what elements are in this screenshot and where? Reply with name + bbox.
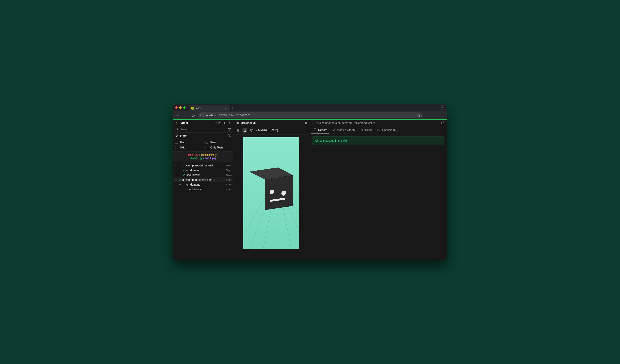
tab-code-label: Code	[365, 128, 372, 131]
clear-filter-icon[interactable]	[228, 134, 231, 137]
chevron-down-icon[interactable]	[179, 169, 181, 171]
tab-report[interactable]: Report	[311, 126, 329, 134]
chevron-down-icon[interactable]	[179, 183, 181, 186]
cube-eye-left	[270, 189, 274, 194]
device-tablet-icon[interactable]	[243, 128, 247, 133]
sidebar-search	[173, 126, 233, 132]
minimize-window-dot[interactable]	[179, 106, 182, 109]
tree-file-label: src/components/on-dema…	[182, 178, 216, 181]
tree-test-label: should work	[186, 174, 201, 177]
filter-pass-checkbox[interactable]: Pass	[205, 141, 231, 144]
tab-report-label: Report	[318, 128, 326, 131]
tree-suite-time: 43ms	[226, 183, 232, 186]
svg-rect-16	[250, 129, 253, 131]
stats-pass: PASS (2)	[190, 157, 202, 160]
reload-button[interactable]	[190, 113, 196, 118]
tree-file-time: 56ms	[226, 164, 232, 167]
stats-panel: FAIL (0) / RUNNING (0) PASS (2) / SKIP (…	[173, 152, 233, 162]
dock-toggle-icon[interactable]	[304, 121, 307, 125]
filter-icon	[175, 134, 178, 137]
tree-suite-time: 56ms	[226, 169, 232, 171]
svg-point-34	[334, 129, 335, 130]
open-external-icon[interactable]	[441, 121, 444, 125]
globe-icon	[236, 121, 239, 125]
browser-tabstrip: Vitest ×	[173, 104, 447, 111]
chevron-down-icon[interactable]	[175, 179, 177, 181]
search-input[interactable]	[180, 128, 226, 131]
pass-check-icon	[182, 169, 185, 172]
tab-console[interactable]: Console (69)	[375, 126, 401, 134]
stats-fail: FAIL (0)	[188, 154, 198, 157]
window-controls	[175, 104, 187, 111]
pass-check-icon	[178, 178, 181, 181]
pass-banner-text: All tests passed in this file	[315, 139, 347, 142]
stats-running: RUNNING (0)	[201, 154, 218, 157]
filter-skip-checkbox[interactable]: Skip	[175, 146, 201, 149]
tree-test-time: 55ms	[226, 174, 232, 176]
pass-check-icon	[312, 121, 315, 125]
tree-file[interactable]: src/components/manual/… 56ms	[173, 163, 233, 168]
tree-suite[interactable]: on demand 56ms	[173, 168, 233, 173]
tree-file-label: src/components/manual/…	[182, 164, 216, 167]
tab-module-graph-label: Module Graph	[337, 128, 355, 131]
theme-toggle-icon[interactable]	[228, 121, 231, 125]
tab-code[interactable]: Code	[358, 126, 374, 134]
stats-sep-1: /	[199, 154, 200, 157]
filter-fail-checkbox[interactable]: Fail	[175, 141, 201, 144]
tree-test-label: should work	[186, 188, 201, 191]
device-phone-icon[interactable]	[236, 128, 240, 133]
svg-rect-5	[215, 122, 216, 123]
url-path: :5173/#/?file=1828625563	[218, 114, 250, 117]
address-bar[interactable]: i localhost:5173/#/?file=1828625563	[198, 112, 423, 118]
url-host: localhost	[205, 114, 217, 117]
svg-point-33	[333, 129, 333, 130]
pass-check-icon	[182, 183, 185, 186]
svg-rect-7	[219, 122, 220, 123]
back-button[interactable]	[175, 113, 181, 118]
sidebar-title: Vitest	[180, 121, 188, 125]
maximize-window-dot[interactable]	[183, 106, 186, 109]
tab-module-graph[interactable]: Module Graph	[330, 126, 357, 134]
chevron-down-icon[interactable]	[175, 164, 177, 167]
bookmark-star-icon[interactable]	[417, 114, 420, 117]
preview-header: Browser UI	[233, 120, 309, 126]
device-desktop-icon[interactable]	[249, 128, 254, 133]
tab-close-icon[interactable]: ×	[225, 107, 227, 110]
filter-only-checkbox[interactable]: Only Tests	[205, 146, 231, 149]
tabs-overflow-button[interactable]	[440, 105, 445, 110]
stats-skip: SKIP (--)	[205, 157, 216, 160]
forward-button[interactable]	[183, 113, 188, 118]
filter-pass-label: Pass	[210, 141, 217, 144]
svg-rect-13	[304, 122, 306, 124]
viewport-dimensions: 414x896px (68%)	[256, 129, 278, 132]
svg-point-35	[334, 131, 334, 131]
tree-test[interactable]: should work 43ms	[173, 187, 233, 192]
svg-rect-9	[219, 123, 220, 124]
browser-tab[interactable]: Vitest ×	[189, 105, 229, 111]
main-area: Browser UI 414x896px (68%)	[233, 120, 447, 260]
filter-fail-label: Fail	[180, 141, 185, 144]
browser-toolbar: i localhost:5173/#/?file=1828625563	[173, 111, 447, 119]
filter-skip-label: Skip	[180, 146, 185, 149]
tree-test[interactable]: should work 55ms	[173, 173, 233, 177]
svg-rect-36	[378, 129, 380, 131]
graph-icon	[332, 128, 335, 131]
scene-cube	[255, 173, 287, 205]
run-all-icon[interactable]	[223, 121, 226, 125]
filter-header: Filter	[173, 132, 233, 139]
tree-suite[interactable]: on demand 43ms	[173, 182, 233, 187]
preview-title: Browser UI	[241, 121, 256, 125]
site-info-icon[interactable]: i	[200, 114, 204, 117]
code-icon	[360, 128, 364, 131]
test-tree: src/components/manual/… 56ms on demand 5…	[173, 162, 233, 260]
collapse-all-icon[interactable]	[214, 121, 217, 125]
preview-column: Browser UI 414x896px (68%)	[233, 120, 309, 260]
tree-file[interactable]: src/components/on-dema… 43ms	[173, 177, 233, 182]
filter-label: Filter	[180, 134, 187, 137]
search-filter-icon[interactable]	[228, 128, 231, 131]
new-tab-button[interactable]	[230, 105, 235, 111]
close-window-dot[interactable]	[175, 106, 178, 109]
dashboard-icon[interactable]	[218, 121, 221, 125]
preview-viewport[interactable]	[243, 137, 299, 249]
sidebar: Vitest Filter Fail Pass	[173, 120, 233, 260]
